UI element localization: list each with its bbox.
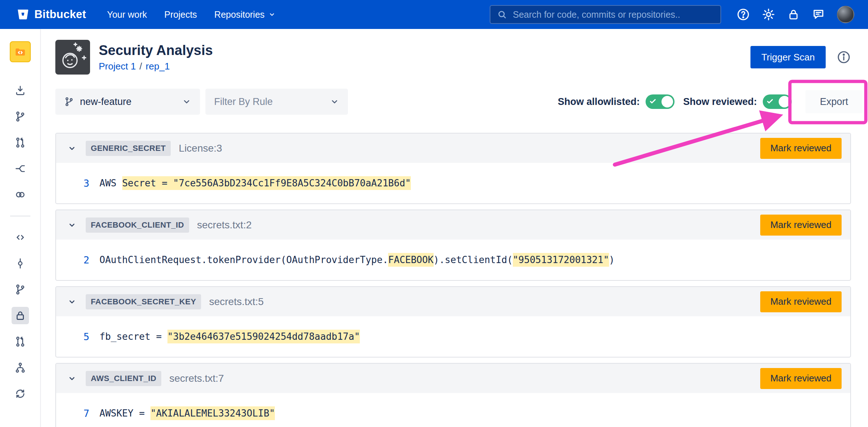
breadcrumb-repo-link[interactable]: rep_1 bbox=[146, 61, 170, 72]
header-actions: Trigger Scan bbox=[750, 46, 851, 68]
forks-icon[interactable] bbox=[12, 359, 29, 376]
chevron-down-icon[interactable] bbox=[68, 374, 76, 383]
finding-code-row: 5 fb_secret = "3b2e464637e5159024254dd78… bbox=[56, 316, 850, 357]
check-icon bbox=[649, 97, 657, 105]
branch-selector-value: new-feature bbox=[80, 96, 132, 107]
finding-code-row: 7 AWSKEY = "AKIALALEMEL33243OLIB" bbox=[56, 393, 850, 427]
export-button[interactable]: Export bbox=[805, 90, 863, 113]
sync-icon[interactable] bbox=[12, 385, 29, 402]
finding-card: FACEBOOK_SECRET_KEY secrets.txt:5 Mark r… bbox=[55, 286, 851, 358]
bitbucket-logo[interactable]: Bitbucket bbox=[16, 8, 86, 21]
line-number: 5 bbox=[76, 331, 89, 342]
rule-badge: FACEBOOK_SECRET_KEY bbox=[86, 294, 201, 309]
mark-reviewed-button[interactable]: Mark reviewed bbox=[760, 215, 842, 236]
breadcrumb-separator: / bbox=[140, 61, 142, 72]
trigger-scan-button[interactable]: Trigger Scan bbox=[750, 46, 826, 68]
secret-highlight: FACEBOOK bbox=[388, 253, 433, 267]
nav-projects[interactable]: Projects bbox=[164, 9, 197, 20]
finding-header[interactable]: FACEBOOK_CLIENT_ID secrets.txt:2 Mark re… bbox=[56, 210, 850, 240]
bitbucket-bucket-icon bbox=[16, 8, 30, 21]
title-block: Security Analysis Project 1 / rep_1 bbox=[99, 42, 213, 72]
lock-icon[interactable] bbox=[787, 8, 800, 21]
source-icon[interactable] bbox=[12, 229, 29, 246]
finding-card: GENERIC_SECRET License:3 Mark reviewed 3… bbox=[55, 133, 851, 204]
toggle-knob bbox=[661, 96, 673, 107]
finding-code-row: 2 OAuthClientRequest.tokenProvider(OAuth… bbox=[56, 240, 850, 280]
finding-location: secrets.txt:5 bbox=[209, 296, 264, 308]
sidebar-divider bbox=[10, 216, 30, 216]
repository-avatar-icon[interactable] bbox=[10, 41, 31, 62]
rule-badge: AWS_CLIENT_ID bbox=[86, 371, 161, 386]
clone-icon[interactable] bbox=[12, 82, 29, 99]
branch-icon bbox=[64, 97, 74, 107]
breadcrumb: Project 1 / rep_1 bbox=[99, 61, 213, 72]
help-icon[interactable] bbox=[736, 8, 750, 21]
nav-repositories[interactable]: Repositories bbox=[214, 9, 276, 20]
top-navigation-bar: Bitbucket Your work Projects Repositorie… bbox=[0, 0, 868, 29]
secret-highlight: Secret = "7ce556A3bD234Cc1Ff9E8A5C324C0b… bbox=[122, 176, 411, 190]
code-text: ) bbox=[609, 254, 615, 265]
pipelines-icon[interactable] bbox=[12, 160, 29, 177]
chevron-down-icon bbox=[330, 97, 339, 106]
chevron-down-icon[interactable] bbox=[68, 297, 76, 306]
line-number: 2 bbox=[76, 254, 89, 266]
chevron-down-icon[interactable] bbox=[68, 144, 76, 153]
security-icon[interactable] bbox=[12, 307, 29, 324]
primary-nav: Your work Projects Repositories bbox=[107, 9, 276, 20]
mark-reviewed-button[interactable]: Mark reviewed bbox=[760, 138, 842, 159]
line-number: 3 bbox=[76, 178, 89, 189]
pull-requests-icon[interactable] bbox=[12, 333, 29, 350]
chevron-down-icon bbox=[182, 97, 191, 106]
branches-icon[interactable] bbox=[12, 281, 29, 298]
user-avatar[interactable] bbox=[837, 6, 854, 23]
global-search[interactable] bbox=[490, 5, 721, 24]
search-icon bbox=[497, 9, 507, 20]
code-text: ).setClientId( bbox=[434, 254, 513, 265]
page-title: Security Analysis bbox=[99, 42, 213, 59]
show-reviewed-toggle[interactable] bbox=[763, 94, 792, 109]
brand-name: Bitbucket bbox=[34, 8, 86, 21]
rule-filter-placeholder: Filter By Rule bbox=[214, 96, 273, 107]
page-header: Security Analysis Project 1 / rep_1 Trig… bbox=[55, 40, 851, 75]
deployments-icon[interactable] bbox=[12, 186, 29, 203]
finding-header[interactable]: FACEBOOK_SECRET_KEY secrets.txt:5 Mark r… bbox=[56, 287, 850, 316]
findings-list: GENERIC_SECRET License:3 Mark reviewed 3… bbox=[55, 133, 851, 427]
nav-repositories-label: Repositories bbox=[214, 9, 265, 20]
branch-selector-dropdown[interactable]: new-feature bbox=[55, 89, 200, 115]
sidebar-group-top bbox=[12, 82, 29, 212]
nav-your-work-label: Your work bbox=[107, 9, 147, 20]
chevron-down-icon[interactable] bbox=[68, 221, 76, 229]
code-text: AWSKEY = bbox=[99, 408, 150, 419]
toggle-knob bbox=[779, 96, 790, 107]
show-allowlisted-toggle[interactable] bbox=[646, 94, 675, 109]
breadcrumb-project-link[interactable]: Project 1 bbox=[99, 61, 136, 72]
show-allowlisted-label: Show allowlisted: bbox=[558, 96, 640, 107]
mark-reviewed-button[interactable]: Mark reviewed bbox=[760, 368, 842, 389]
settings-gear-icon[interactable] bbox=[762, 8, 775, 21]
pull-requests-icon[interactable] bbox=[12, 134, 29, 151]
repository-sidebar bbox=[0, 29, 41, 427]
branches-icon[interactable] bbox=[12, 108, 29, 125]
finding-card: FACEBOOK_CLIENT_ID secrets.txt:2 Mark re… bbox=[55, 210, 851, 281]
finding-location: License:3 bbox=[179, 143, 222, 154]
code-text: OAuthClientRequest.tokenProvider(OAuthPr… bbox=[99, 254, 388, 265]
commits-icon[interactable] bbox=[12, 255, 29, 272]
rule-filter-dropdown[interactable]: Filter By Rule bbox=[205, 89, 348, 115]
search-input[interactable] bbox=[512, 9, 714, 20]
nav-your-work[interactable]: Your work bbox=[107, 9, 147, 20]
chevron-down-icon bbox=[268, 11, 276, 18]
secret-highlight: "3b2e464637e5159024254dd78aadb17a" bbox=[167, 330, 360, 343]
finding-header[interactable]: AWS_CLIENT_ID secrets.txt:7 Mark reviewe… bbox=[56, 364, 850, 393]
secret-highlight: "AKIALALEMEL33243OLIB" bbox=[150, 406, 275, 420]
secret-highlight: "950513172001321" bbox=[513, 253, 609, 267]
info-icon[interactable] bbox=[837, 50, 851, 64]
mark-reviewed-button[interactable]: Mark reviewed bbox=[760, 291, 842, 312]
code-text: fb_secret = bbox=[99, 331, 167, 342]
feedback-icon[interactable] bbox=[812, 8, 825, 21]
check-icon bbox=[766, 97, 774, 105]
show-reviewed-label: Show reviewed: bbox=[683, 96, 757, 107]
rule-badge: FACEBOOK_CLIENT_ID bbox=[86, 217, 189, 233]
code-line: fb_secret = "3b2e464637e5159024254dd78aa… bbox=[99, 331, 360, 342]
finding-header[interactable]: GENERIC_SECRET License:3 Mark reviewed bbox=[56, 134, 850, 163]
finding-card: AWS_CLIENT_ID secrets.txt:7 Mark reviewe… bbox=[55, 363, 851, 427]
